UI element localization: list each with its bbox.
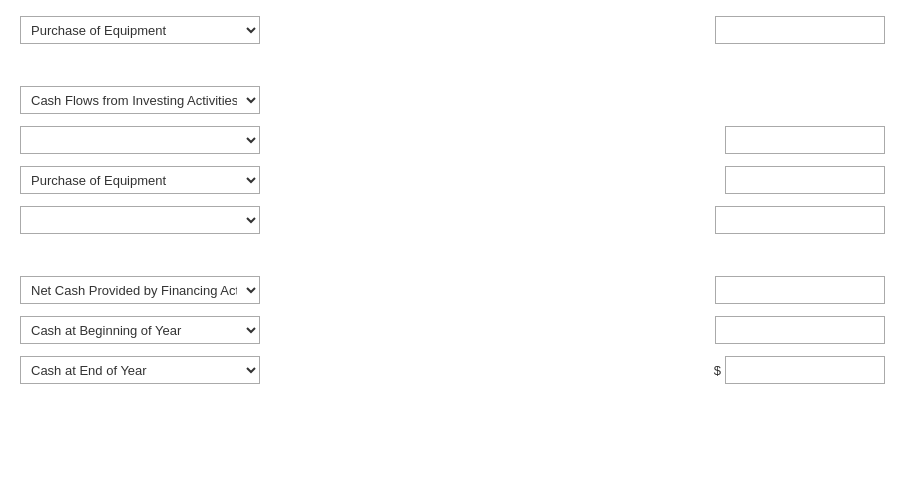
- left-col-investing: Cash Flows from Investing Activities Pur…: [20, 86, 340, 114]
- row-cash-end: Cash at End of Year Purchase of Equipmen…: [20, 350, 885, 390]
- row-financing: Net Cash Provided by Financing Activitie…: [20, 270, 885, 310]
- row-3: Purchase of Equipment Cash Flows from In…: [20, 120, 885, 160]
- select-net-cash-financing[interactable]: Net Cash Provided by Financing Activitie…: [20, 276, 260, 304]
- left-col-1: Purchase of Equipment Cash Flows from Op…: [20, 16, 340, 44]
- main-layout: Purchase of Equipment Cash Flows from Op…: [20, 10, 885, 390]
- select-investing-activities[interactable]: Cash Flows from Investing Activities Pur…: [20, 86, 260, 114]
- input-cash-beginning[interactable]: [715, 316, 885, 344]
- right-col-4: [725, 166, 885, 194]
- input-purchase-equipment-2[interactable]: [725, 166, 885, 194]
- input-purchase-equipment-1[interactable]: [715, 16, 885, 44]
- input-net-cash-financing[interactable]: [715, 276, 885, 304]
- right-col-cash-beginning: [715, 316, 885, 344]
- select-purchase-equipment-2[interactable]: Purchase of Equipment Cash Flows from In…: [20, 166, 260, 194]
- right-col-1: [715, 16, 885, 44]
- dollar-sign: $: [714, 363, 721, 378]
- spacer-2: [20, 240, 885, 270]
- select-purchase-equipment-1[interactable]: Purchase of Equipment Cash Flows from Op…: [20, 16, 260, 44]
- dollar-row: $: [714, 356, 885, 384]
- left-col-cash-beginning: Cash at Beginning of Year Purchase of Eq…: [20, 316, 340, 344]
- left-col-5: Purchase of Equipment Cash Flows from In…: [20, 206, 340, 234]
- row-1: Purchase of Equipment Cash Flows from Op…: [20, 10, 885, 50]
- left-col-4: Purchase of Equipment Cash Flows from In…: [20, 166, 340, 194]
- input-empty-2[interactable]: [715, 206, 885, 234]
- right-col-5: [715, 206, 885, 234]
- row-4: Purchase of Equipment Cash Flows from In…: [20, 160, 885, 200]
- select-empty-2[interactable]: Purchase of Equipment Cash Flows from In…: [20, 206, 260, 234]
- row-investing: Cash Flows from Investing Activities Pur…: [20, 80, 885, 120]
- row-5: Purchase of Equipment Cash Flows from In…: [20, 200, 885, 240]
- spacer-1: [20, 50, 885, 80]
- input-cash-end[interactable]: [725, 356, 885, 384]
- left-col-financing: Net Cash Provided by Financing Activitie…: [20, 276, 340, 304]
- right-col-cash-end: $: [714, 356, 885, 384]
- left-col-cash-end: Cash at End of Year Purchase of Equipmen…: [20, 356, 340, 384]
- right-col-3: [725, 126, 885, 154]
- right-col-financing: [715, 276, 885, 304]
- select-cash-end[interactable]: Cash at End of Year Purchase of Equipmen…: [20, 356, 260, 384]
- select-empty-1[interactable]: Purchase of Equipment Cash Flows from In…: [20, 126, 260, 154]
- input-empty-1[interactable]: [725, 126, 885, 154]
- select-cash-beginning[interactable]: Cash at Beginning of Year Purchase of Eq…: [20, 316, 260, 344]
- row-cash-beginning: Cash at Beginning of Year Purchase of Eq…: [20, 310, 885, 350]
- left-col-3: Purchase of Equipment Cash Flows from In…: [20, 126, 340, 154]
